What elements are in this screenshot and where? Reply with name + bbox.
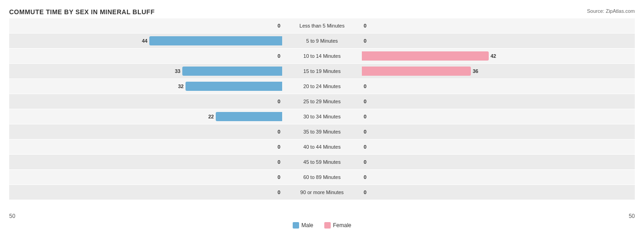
male-value-label: 0 bbox=[278, 129, 280, 134]
row-label: 15 to 19 Minutes bbox=[284, 68, 360, 74]
left-section: 0 bbox=[9, 49, 284, 63]
right-section: 0 bbox=[360, 124, 635, 139]
chart-row: 3220 to 24 Minutes0 bbox=[9, 79, 635, 94]
left-section: 0 bbox=[9, 140, 284, 154]
row-label: 5 to 9 Minutes bbox=[284, 38, 360, 44]
female-value-label: 42 bbox=[491, 53, 496, 59]
row-label: 45 to 59 Minutes bbox=[284, 159, 360, 165]
bar-male bbox=[216, 112, 282, 121]
female-value-label: 0 bbox=[364, 144, 366, 150]
right-section: 0 bbox=[360, 140, 635, 154]
chart-row: 090 or more Minutes0 bbox=[9, 185, 635, 200]
row-label: Less than 5 Minutes bbox=[284, 23, 360, 28]
chart-row: 060 to 89 Minutes0 bbox=[9, 170, 635, 184]
chart-container: COMMUTE TIME BY SEX IN MINERAL BLUFF Sou… bbox=[0, 0, 644, 240]
female-value-label: 0 bbox=[364, 23, 366, 28]
chart-row: 040 to 44 Minutes0 bbox=[9, 140, 635, 154]
female-value-label: 36 bbox=[473, 68, 478, 74]
left-section: 32 bbox=[9, 79, 284, 94]
chart-row: 045 to 59 Minutes0 bbox=[9, 155, 635, 169]
right-section: 0 bbox=[360, 109, 635, 124]
axis-right-label: 50 bbox=[629, 213, 635, 219]
male-value-label: 0 bbox=[278, 159, 280, 165]
chart-row: 010 to 14 Minutes42 bbox=[9, 49, 635, 63]
bar-female bbox=[362, 67, 471, 76]
row-label: 30 to 34 Minutes bbox=[284, 114, 360, 119]
male-value-label: 0 bbox=[278, 23, 280, 28]
left-section: 0 bbox=[9, 124, 284, 139]
right-section: 0 bbox=[360, 94, 635, 109]
female-value-label: 0 bbox=[364, 190, 366, 195]
axis-bottom: 50 50 bbox=[9, 213, 635, 219]
male-value-label: 33 bbox=[175, 68, 180, 74]
right-section: 36 bbox=[360, 64, 635, 78]
chart-title: COMMUTE TIME BY SEX IN MINERAL BLUFF bbox=[9, 8, 635, 16]
chart-row: 035 to 39 Minutes0 bbox=[9, 124, 635, 139]
female-value-label: 0 bbox=[364, 99, 366, 104]
bar-male bbox=[182, 67, 282, 76]
male-value-label: 0 bbox=[278, 190, 280, 195]
male-value-label: 0 bbox=[278, 53, 280, 59]
row-label: 25 to 29 Minutes bbox=[284, 99, 360, 104]
right-section: 0 bbox=[360, 155, 635, 169]
right-section: 42 bbox=[360, 49, 635, 63]
row-label: 90 or more Minutes bbox=[284, 190, 360, 195]
male-value-label: 0 bbox=[278, 99, 280, 104]
legend-female: Female bbox=[324, 222, 351, 229]
male-value-label: 0 bbox=[278, 144, 280, 150]
female-value-label: 0 bbox=[364, 114, 366, 119]
legend-male: Male bbox=[293, 222, 313, 229]
legend-male-box bbox=[293, 222, 299, 229]
male-value-label: 32 bbox=[178, 84, 184, 89]
row-label: 35 to 39 Minutes bbox=[284, 129, 360, 134]
right-section: 0 bbox=[360, 18, 635, 33]
left-section: 0 bbox=[9, 18, 284, 33]
legend: Male Female bbox=[9, 222, 635, 229]
left-section: 0 bbox=[9, 155, 284, 169]
source-label: Source: ZipAtlas.com bbox=[587, 8, 635, 14]
chart-row: 2230 to 34 Minutes0 bbox=[9, 109, 635, 124]
right-section: 0 bbox=[360, 170, 635, 184]
bar-female bbox=[362, 51, 489, 61]
left-section: 33 bbox=[9, 64, 284, 78]
right-section: 0 bbox=[360, 79, 635, 94]
row-label: 40 to 44 Minutes bbox=[284, 144, 360, 150]
bar-male bbox=[186, 82, 282, 91]
legend-female-box bbox=[324, 222, 331, 229]
male-value-label: 44 bbox=[142, 38, 147, 44]
left-section: 22 bbox=[9, 109, 284, 124]
female-value-label: 0 bbox=[364, 159, 366, 165]
legend-male-label: Male bbox=[301, 222, 313, 229]
right-section: 0 bbox=[360, 33, 635, 48]
male-value-label: 0 bbox=[278, 174, 280, 180]
female-value-label: 0 bbox=[364, 38, 366, 44]
chart-row: 3315 to 19 Minutes36 bbox=[9, 64, 635, 78]
right-section: 0 bbox=[360, 185, 635, 200]
chart-area: 0Less than 5 Minutes0445 to 9 Minutes001… bbox=[9, 18, 635, 211]
left-section: 44 bbox=[9, 33, 284, 48]
left-section: 0 bbox=[9, 170, 284, 184]
female-value-label: 0 bbox=[364, 84, 366, 89]
chart-row: 0Less than 5 Minutes0 bbox=[9, 18, 635, 33]
left-section: 0 bbox=[9, 185, 284, 200]
axis-left-label: 50 bbox=[9, 213, 15, 219]
left-section: 0 bbox=[9, 94, 284, 109]
female-value-label: 0 bbox=[364, 129, 366, 134]
male-value-label: 22 bbox=[208, 114, 214, 119]
row-label: 60 to 89 Minutes bbox=[284, 174, 360, 180]
row-label: 20 to 24 Minutes bbox=[284, 84, 360, 89]
legend-female-label: Female bbox=[333, 222, 351, 229]
row-label: 10 to 14 Minutes bbox=[284, 53, 360, 59]
chart-row: 025 to 29 Minutes0 bbox=[9, 94, 635, 109]
chart-row: 445 to 9 Minutes0 bbox=[9, 33, 635, 48]
bar-male bbox=[149, 36, 282, 45]
female-value-label: 0 bbox=[364, 174, 366, 180]
